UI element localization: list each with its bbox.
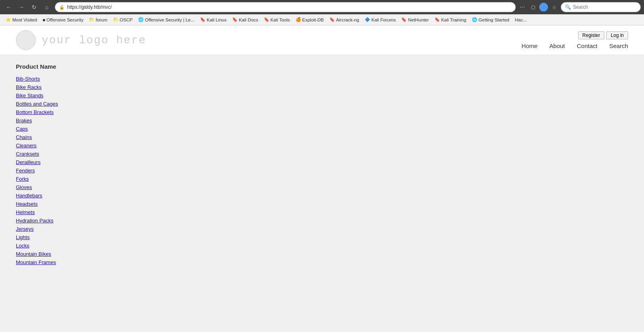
list-item: Handlebars — [16, 191, 628, 200]
product-link[interactable]: Helmets — [16, 209, 35, 215]
aircrack-icon: 🔖 — [329, 17, 335, 22]
product-link[interactable]: Bottom Brackets — [16, 109, 54, 115]
login-button[interactable]: Log in — [606, 31, 628, 39]
product-link[interactable]: Hydration Packs — [16, 218, 54, 224]
product-link[interactable]: Locks — [16, 243, 29, 249]
list-item: Helmets — [16, 208, 628, 216]
bookmark-label: Exploit-DB — [302, 17, 324, 22]
bookmark-label: Kali Forums — [371, 17, 396, 22]
bookmark-label: Kali Training — [441, 17, 466, 22]
list-item: Bottom Brackets — [16, 108, 628, 116]
bookmark-label: Hac... — [515, 17, 527, 22]
auth-buttons: Register Log in — [578, 31, 628, 39]
product-link[interactable]: Caps — [16, 126, 28, 132]
list-item: Gloves — [16, 183, 628, 191]
list-item: Bike Stands — [16, 91, 628, 100]
product-link[interactable]: Bottles and Cages — [16, 101, 58, 107]
bookmark-aircrack-ng[interactable]: 🔖 Aircrack-ng — [327, 16, 361, 23]
bookmark-kali-training[interactable]: 🔖 Kali Training — [432, 16, 469, 23]
bookmark-label: forum — [96, 17, 107, 22]
product-link[interactable]: Cranksets — [16, 151, 39, 157]
bookmark-label: Most Visited — [12, 17, 37, 22]
nav-home[interactable]: Home — [522, 42, 538, 49]
product-link[interactable]: Mountain Frames — [16, 259, 56, 265]
bookmark-label: Offensive Security | Le... — [145, 17, 194, 22]
nav-about[interactable]: About — [550, 42, 565, 49]
product-link[interactable]: Mountain Bikes — [16, 251, 51, 257]
address-bar[interactable]: 🔒 https://giddy.htb/mvc/ — [55, 2, 516, 12]
product-link[interactable]: Bike Stands — [16, 93, 43, 98]
bookmark-kali-forums[interactable]: 🔷 Kali Forums — [362, 16, 398, 23]
header-right: Register Log in Home About Contact Searc… — [522, 31, 628, 49]
kali-forums-icon: 🔷 — [365, 17, 370, 22]
back-button[interactable]: ← — [3, 2, 14, 13]
list-item: Forks — [16, 175, 628, 183]
bookmark-nethunter[interactable]: 🔖 NetHunter — [399, 16, 431, 23]
oscp-icon: 📁 — [113, 17, 119, 22]
list-item: Lights — [16, 233, 628, 241]
register-button[interactable]: Register — [578, 31, 605, 39]
bookmark-kali-linux[interactable]: 🔖 Kali Linux — [198, 16, 229, 23]
product-link[interactable]: Bib-Shorts — [16, 76, 40, 82]
home-button[interactable]: ⌂ — [41, 2, 52, 13]
product-link[interactable]: Handlebars — [16, 193, 42, 199]
bookmark-kali-docs[interactable]: 🔖 Kali Docs — [230, 16, 261, 23]
browser-toolbar: ← → ↻ ⌂ 🔒 https://giddy.htb/mvc/ ··· ⬡ ☆… — [0, 0, 644, 14]
bookmark-forum[interactable]: 📁 forum — [87, 16, 110, 23]
bookmark-oscp[interactable]: 📁 OSCP — [111, 16, 135, 23]
lock-icon: 🔒 — [59, 5, 65, 10]
list-item: Mountain Frames — [16, 258, 628, 266]
product-link[interactable]: Headsets — [16, 201, 38, 207]
refresh-button[interactable]: ↻ — [29, 2, 40, 13]
product-link[interactable]: Cleaners — [16, 143, 37, 149]
pocket-icon[interactable]: ⬡ — [529, 3, 537, 11]
forward-button[interactable]: → — [16, 2, 27, 13]
bookmark-kali-tools[interactable]: 🔖 Kali Tools — [261, 16, 292, 23]
product-link[interactable]: Jerseys — [16, 226, 34, 232]
kali-tools-icon: 🔖 — [264, 17, 269, 22]
bookmark-getting-started[interactable]: 🌐 Getting Started — [469, 16, 511, 23]
firefox-account-icon[interactable] — [539, 3, 548, 12]
bookmark-hac[interactable]: Hac... — [512, 17, 529, 23]
bookmark-label: OSCP — [120, 17, 133, 22]
browser-search-box[interactable]: 🔍 — [561, 2, 641, 12]
search-icon: 🔍 — [565, 4, 571, 10]
star-icon[interactable]: ☆ — [550, 3, 558, 11]
list-item: Derailleurs — [16, 158, 628, 166]
nav-search[interactable]: Search — [609, 42, 628, 49]
list-item: Cleaners — [16, 141, 628, 150]
bookmark-label: NetHunter — [408, 17, 429, 22]
nav-contact[interactable]: Contact — [577, 42, 598, 49]
main-content: Product Name Bib-ShortsBike RacksBike St… — [0, 55, 644, 274]
browser-menu-button[interactable]: ··· — [518, 4, 527, 11]
product-link[interactable]: Gloves — [16, 184, 32, 190]
product-link[interactable]: Fenders — [16, 168, 35, 174]
browser-action-icons: ⬡ ☆ — [529, 3, 558, 12]
bookmark-offensive-security-le[interactable]: 🌐 Offensive Security | Le... — [136, 16, 197, 23]
product-link[interactable]: Chains — [16, 134, 32, 140]
product-column-header: Product Name — [16, 63, 628, 71]
bookmark-most-visited[interactable]: ⭐ Most Visited — [3, 16, 39, 23]
bookmark-exploit-db[interactable]: 🍊 Exploit-DB — [293, 16, 326, 23]
logo-circle — [16, 30, 36, 50]
logo-area: your logo here — [16, 30, 146, 50]
list-item: Chains — [16, 133, 628, 141]
bookmark-label: Aircrack-ng — [336, 17, 359, 22]
list-item: Cranksets — [16, 150, 628, 158]
bookmark-label: Offensive Security — [46, 17, 83, 22]
product-link[interactable]: Bike Racks — [16, 84, 42, 90]
website: your logo here Register Log in Home Abou… — [0, 25, 644, 331]
product-link[interactable]: Brakes — [16, 118, 32, 124]
bookmark-label: Kali Docs — [239, 17, 258, 22]
getting-started-icon: 🌐 — [472, 17, 477, 22]
bookmark-label: Kali Tools — [271, 17, 290, 22]
most-visited-icon: ⭐ — [6, 17, 11, 22]
logo-text: your logo here — [42, 34, 146, 46]
product-link[interactable]: Forks — [16, 176, 29, 182]
browser-search-input[interactable] — [573, 4, 636, 10]
bookmark-label: Getting Started — [479, 17, 509, 22]
list-item: Fenders — [16, 166, 628, 175]
product-link[interactable]: Derailleurs — [16, 159, 40, 165]
bookmark-offensive-security[interactable]: ■ Offensive Security — [40, 17, 86, 23]
product-link[interactable]: Lights — [16, 234, 30, 240]
